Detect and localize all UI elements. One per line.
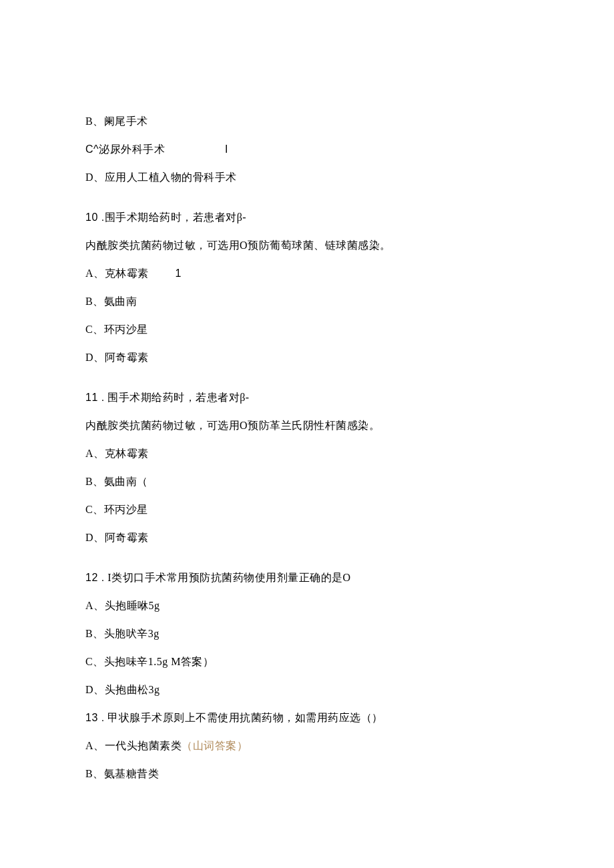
q11-option-c: C、环丙沙星: [85, 502, 529, 518]
q9-option-d: D、应用人工植入物的骨科手术: [85, 169, 529, 185]
q13-option-a: A、一代头抱菌素类（山词答案）: [85, 738, 529, 754]
q10-option-c: C、环丙沙星: [85, 322, 529, 338]
q10-stem-line2: 内酰胺类抗菌药物过敏，可选用O预防葡萄球菌、链球菌感染。: [85, 238, 529, 254]
q13-opta-note: （山词答案）: [182, 740, 248, 751]
q9-optc-mark: I: [225, 143, 228, 155]
q13-opta-text: A、一代头抱菌素类: [85, 740, 182, 751]
q9-optc-prefix: C^: [85, 143, 99, 155]
q11-option-b: B、氨曲南（: [85, 474, 529, 490]
q10-number: 10 .: [85, 211, 105, 223]
q13-stem-text: 甲状腺手术原则上不需使用抗菌药物，如需用药应选（）: [105, 712, 383, 723]
q12-number: 12 .: [85, 572, 105, 583]
q10-opta-mark: 1: [176, 268, 182, 279]
q13-option-b: B、氨基糖昔类: [85, 766, 529, 782]
q11-option-a: A、克林霉素: [85, 446, 529, 462]
q10-option-b: B、氨曲南: [85, 294, 529, 310]
q9-option-b: B、阑尾手术: [85, 113, 529, 129]
q12-stem: 12 . I类切口手术常用预防抗菌药物使用剂量正确的是O: [85, 570, 529, 586]
q13-stem: 13 . 甲状腺手术原则上不需使用抗菌药物，如需用药应选（）: [85, 710, 529, 726]
q12-option-b: B、头胞吠辛3g: [85, 626, 529, 642]
q12-option-a: A、头抱睡咻5g: [85, 598, 529, 614]
q9-option-c: C^泌尿外科手术I: [85, 141, 529, 157]
q11-stem-line2: 内酰胺类抗菌药物过敏，可选用O预防革兰氏阴性杆菌感染。: [85, 418, 529, 434]
q10-opta-text: A、克林霉素: [85, 268, 149, 279]
q12-stem-text: I类切口手术常用预防抗菌药物使用剂量正确的是O: [105, 572, 351, 583]
q13-number: 13 .: [85, 712, 105, 723]
q11-option-d: D、阿奇霉素: [85, 530, 529, 546]
q10-stem1: 围手术期给药时，若患者对β-: [105, 211, 246, 223]
q10-option-d: D、阿奇霉素: [85, 350, 529, 366]
q11-stem-line1: 11 . 围手术期给药时，若患者对β-: [85, 390, 529, 406]
q11-stem1: 围手术期给药时，若患者对β-: [105, 392, 250, 403]
q12-option-c: C、头抱味辛1.5g M答案）: [85, 654, 529, 670]
q10-stem-line1: 10 .围手术期给药时，若患者对β-: [85, 209, 529, 226]
q12-option-d: D、头抱曲松3g: [85, 682, 529, 698]
q9-optc-text: 泌尿外科手术: [99, 143, 165, 155]
q11-number: 11 .: [85, 392, 105, 403]
q10-option-a: A、克林霉素1: [85, 266, 529, 282]
